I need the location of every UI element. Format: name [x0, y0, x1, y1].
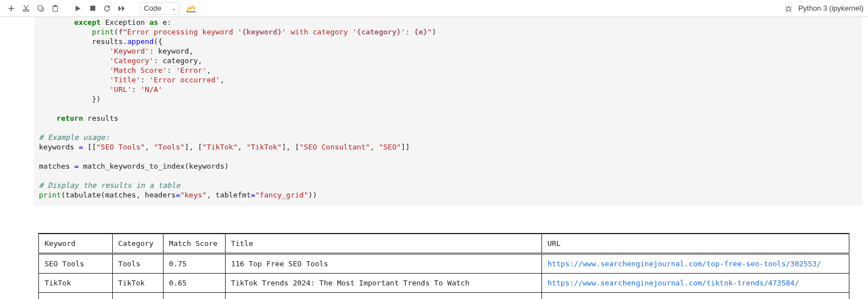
table-cell-url: https://www.searchenginejournal.com/top-… [541, 254, 849, 274]
svg-rect-2 [38, 6, 42, 10]
col-url: URL [541, 234, 849, 254]
render-button[interactable] [184, 2, 198, 15]
table-cell: TikTok [112, 274, 163, 293]
code-cell[interactable]: except Exception as e: print(f"Error pro… [34, 17, 862, 206]
table-cell: TikTok Trends 2024: The Most Important T… [225, 274, 541, 293]
table-row: TikTokTikTok0.65TikTok Trends 2024: The … [39, 274, 849, 293]
col-score: Match Score [163, 234, 225, 254]
table-row: SEO ToolsTools0.75116 Top Free SEO Tools… [39, 254, 849, 274]
table-row: SEO ConsultantSEO0.69Becoming An SEO Con… [39, 293, 849, 300]
table-cell: SEO Tools [39, 254, 113, 274]
table-cell: 0.75 [163, 254, 225, 274]
svg-point-0 [23, 9, 25, 11]
table-header-row: Keyword Category Match Score Title URL [39, 234, 849, 254]
restart-run-all-button[interactable] [115, 2, 129, 15]
paste-button[interactable] [49, 2, 62, 15]
debugger-icon[interactable] [785, 5, 792, 12]
copy-button[interactable] [34, 2, 47, 15]
table-cell: TikTok [39, 274, 113, 293]
table-cell: Becoming An SEO Consultant: Skills, Care… [225, 293, 541, 300]
output-table: Keyword Category Match Score Title URL S… [38, 233, 849, 299]
output-cell: Keyword Category Match Score Title URL S… [34, 206, 862, 299]
col-title: Title [225, 234, 541, 254]
table-cell-url: https://www.searchenginejournal.com/tikt… [541, 274, 849, 293]
cell-type-selector[interactable]: Code ⌄ [140, 2, 180, 15]
stop-button[interactable] [86, 2, 99, 15]
cell-area: except Exception as e: print(f"Error pro… [0, 17, 868, 299]
notebook-toolbar: Code ⌄ Python 3 (ipykernel) [0, 0, 868, 17]
table-cell: 0.69 [163, 293, 225, 300]
svg-point-1 [27, 9, 29, 11]
table-cell: SEO Consultant [39, 293, 113, 300]
svg-rect-5 [90, 6, 95, 11]
kernel-name[interactable]: Python 3 (ipykernel) [798, 4, 863, 12]
svg-point-6 [787, 7, 790, 10]
restart-button[interactable] [100, 2, 114, 15]
table-cell: 116 Top Free SEO Tools [225, 254, 541, 274]
cell-type-label: Code [144, 4, 161, 12]
col-keyword: Keyword [39, 234, 113, 254]
table-cell: 0.65 [163, 274, 225, 293]
url-link[interactable]: https://www.searchenginejournal.com/top-… [548, 260, 821, 268]
cut-button[interactable] [19, 2, 33, 15]
run-button[interactable] [71, 2, 85, 15]
col-category: Category [112, 234, 163, 254]
table-cell: SEO [112, 293, 163, 300]
chevron-down-icon: ⌄ [171, 5, 176, 11]
url-link[interactable]: https://www.searchenginejournal.com/tikt… [548, 279, 799, 287]
add-cell-button[interactable] [5, 2, 18, 15]
table-cell-url: https://www.searchenginejournal.com/beco… [541, 293, 849, 300]
table-cell: Tools [112, 254, 163, 274]
